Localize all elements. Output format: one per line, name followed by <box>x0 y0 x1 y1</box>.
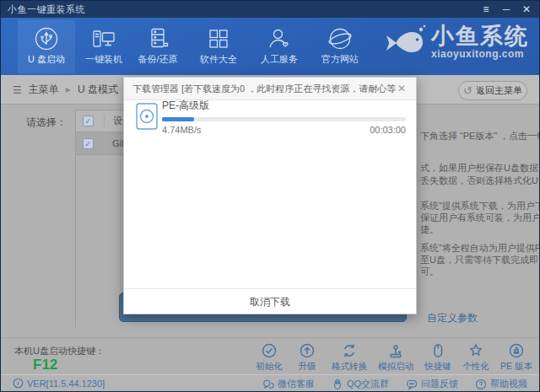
status-strip: VER[11.5.44.1230] 微信客服 QQ交流群 问题反馈 <box>1 374 539 392</box>
feedback-bubble-icon <box>406 379 418 390</box>
cancel-download-button[interactable]: 取消下载 <box>124 289 416 314</box>
title-bar: 小鱼一键重装系统 ≡ ─ ✕ <box>1 1 539 18</box>
download-progress-bar <box>162 117 406 121</box>
support-links: 微信客服 QQ交流群 问题反馈 帮助视频 <box>262 378 527 390</box>
human-service-icon <box>266 25 293 52</box>
iso-file-icon <box>136 103 158 130</box>
hotkey-mouse-icon <box>429 342 446 359</box>
help-text-fragment: 捷。 <box>420 223 540 236</box>
select-all-checkbox[interactable]: ✓ <box>83 115 94 126</box>
help-text-fragment: 丢失数据，否则选择格式化U盘 <box>420 175 540 187</box>
version-info: VER[11.5.44.1230] <box>13 378 105 389</box>
tool-pe-version[interactable]: PE 版本 <box>500 342 532 373</box>
breadcrumb-current: U 盘模式 <box>78 83 118 97</box>
nav-label: 人工服务 <box>251 53 308 66</box>
nav-item-one-key-install[interactable]: 一键装机 <box>75 19 132 73</box>
dialog-close-icon[interactable]: ✕ <box>396 83 408 94</box>
format-convert-icon <box>341 342 358 359</box>
minimize-icon[interactable]: ─ <box>500 3 512 15</box>
pe-version-icon <box>508 342 525 359</box>
tool-bar: 初始化 升级 格式转换 模拟启动 <box>256 342 532 373</box>
backup-restore-icon <box>144 25 171 52</box>
nav-item-human-service[interactable]: 人工服务 <box>251 19 308 73</box>
custom-params-link[interactable]: 自定义参数 <box>427 311 478 325</box>
init-check-icon <box>261 342 278 359</box>
device-checkbox[interactable]: ✓ <box>83 138 94 149</box>
brand-domain: xiaoyuxitong.com <box>431 48 529 60</box>
link-feedback[interactable]: 问题反馈 <box>406 378 458 390</box>
help-text-fragment: 保证用户有系统可装，为用户维 <box>420 212 540 224</box>
progress-fill <box>162 117 194 121</box>
one-key-install-icon <box>90 25 117 52</box>
nav-item-official-site[interactable]: 官方网站 <box>311 19 369 73</box>
breadcrumb-root[interactable]: 主菜单 <box>29 83 59 97</box>
nav-item-backup-restore[interactable]: 备份/还原 <box>129 19 186 73</box>
help-text-fragment: 式，如果用户想保存U盘数据，就 <box>420 162 540 175</box>
back-arrow-icon: ↺ <box>463 84 472 97</box>
window-title: 小鱼一键重装系统 <box>8 3 85 16</box>
nav-item-usb-boot[interactable]: U 盘启动 <box>18 19 75 73</box>
dialog-title: 下载管理器 [若下载速度为0 ，此时程序正在寻找资源，请耐心等候] <box>132 83 396 95</box>
back-button-label: 返回主菜单 <box>476 84 522 97</box>
breadcrumb-separator-icon: ▶ <box>66 86 71 94</box>
window-controls: ≡ ─ ✕ <box>480 1 532 18</box>
simulate-boot-icon <box>387 342 404 359</box>
dialog-header: 下载管理器 [若下载速度为0 ，此时程序正在寻找资源，请耐心等候] ✕ <box>124 78 416 100</box>
select-label: 请选择： <box>26 115 67 130</box>
tool-format-convert[interactable]: 格式转换 <box>332 342 367 373</box>
bottom-panel: 本机U盘启动快捷键： F12 初始化 升级 格式转换 <box>1 337 539 374</box>
software-grid-icon <box>205 25 232 52</box>
back-to-main-menu-button[interactable]: ↺ 返回主菜单 <box>458 81 527 100</box>
hotkey-value: F12 <box>33 357 57 373</box>
official-site-icon <box>327 25 354 52</box>
nav-label: U 盘启动 <box>18 53 75 66</box>
nav-label: 软件大全 <box>190 53 247 66</box>
fish-logo-icon <box>382 23 426 62</box>
help-question-icon <box>475 379 487 390</box>
info-icon <box>13 378 24 389</box>
nav-label: 官方网站 <box>311 53 369 66</box>
tool-upgrade[interactable]: 升级 <box>294 342 321 373</box>
tool-simulate-boot[interactable]: 模拟启动 <box>378 342 413 373</box>
download-eta: 00:03:00 <box>370 125 406 135</box>
help-text-fragment: 系统”提供系统下载，为用户下 <box>420 200 540 212</box>
personalize-star-icon <box>467 342 484 359</box>
hotkey-label: 本机U盘启动快捷键： <box>14 345 105 357</box>
main-nav: U 盘启动 一键装机 备份/还原 软件大全 <box>1 18 539 75</box>
tool-personalize[interactable]: 个性化 <box>462 342 489 373</box>
help-text-fragment: 系统”将全程自动为用户提供PE <box>420 242 540 255</box>
upgrade-arrow-icon <box>299 342 316 359</box>
download-speed: 4.74MB/s <box>162 125 201 135</box>
link-help-video[interactable]: 帮助视频 <box>475 378 527 390</box>
qq-icon <box>332 379 343 390</box>
brand-logo: 小鱼系统 xiaoyuxitong.com <box>382 23 529 62</box>
nav-label: 一键装机 <box>75 53 132 66</box>
tool-initialize[interactable]: 初始化 <box>256 342 283 373</box>
nav-label: 备份/还原 <box>129 53 186 66</box>
tool-hotkey[interactable]: 快捷键 <box>424 342 451 373</box>
window-menu-icon[interactable]: ≡ <box>480 3 492 15</box>
app-window: 小鱼一键重装系统 ≡ ─ ✕ U 盘启动 一键装机 <box>0 0 540 392</box>
help-text-fragment: 至U盘，只需等待下载完成即 <box>420 254 540 266</box>
download-manager-dialog: 下载管理器 [若下载速度为0 ，此时程序正在寻找资源，请耐心等候] ✕ PE-高… <box>123 77 417 314</box>
dialog-footer: 取消下载 <box>124 288 416 314</box>
brand-name: 小鱼系统 <box>431 24 529 48</box>
close-icon[interactable]: ✕ <box>521 3 532 15</box>
link-qq-group[interactable]: QQ交流群 <box>332 378 389 390</box>
breadcrumb: ☰ 主菜单 ▶ U 盘模式 <box>13 83 118 97</box>
usb-boot-icon <box>33 25 60 52</box>
menu-list-icon: ☰ <box>13 84 22 96</box>
help-text-fragment: 下角选择 “PE版本” ，点击一键 <box>420 130 540 142</box>
help-text-fragment: 可。 <box>420 266 540 278</box>
link-wechat-support[interactable]: 微信客服 <box>262 378 315 390</box>
wechat-icon <box>262 379 274 390</box>
version-text: VER[11.5.44.1230] <box>27 379 105 389</box>
download-item-name: PE-高级版 <box>162 99 209 113</box>
nav-item-software-grid[interactable]: 软件大全 <box>190 19 247 73</box>
